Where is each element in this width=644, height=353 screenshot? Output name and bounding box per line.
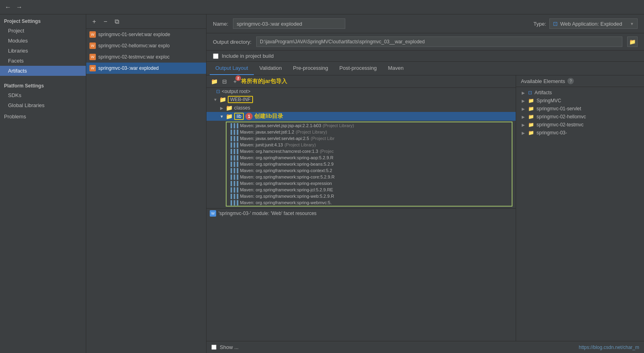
artifact-list-item[interactable]: W springmvc-01-servlet:war explode (86, 29, 206, 40)
back-button[interactable]: ← (3, 2, 13, 12)
name-type-row: Name: Type: ⊡ Web Application: Exploded … (207, 14, 644, 33)
available-panel: Available Elements ? ⊡ Artifacts 📁 Sprin… (516, 75, 644, 341)
help-icon[interactable]: ? (567, 78, 574, 84)
add-artifact-button[interactable]: + (89, 17, 99, 26)
remove-artifact-button[interactable]: − (101, 17, 110, 26)
add-jar-badge-container: + 2 (231, 77, 239, 86)
layout-button[interactable]: ⊟ (220, 77, 229, 86)
maven-item[interactable]: ▐▐▐ Maven: junit:junit:4.13 (Project Lib… (227, 142, 512, 148)
platform-settings-title: Platform Settings (0, 79, 86, 90)
maven-item[interactable]: ▐▐▐ Maven: javax.servlet.jsp:jsp-api:2.2… (227, 122, 512, 129)
bottom-checkbox[interactable] (211, 345, 217, 350)
module-row: W 'springmvc-03-' module: 'Web' facet re… (207, 208, 516, 218)
add-folder-button[interactable]: 📁 (210, 77, 219, 86)
tree-content: ⊡ <output root> 📁 WEB-INF 📁 classes (207, 88, 516, 218)
artifact-list-item[interactable]: W springmvc-02-hellomvc:war explo (86, 40, 206, 51)
artifact-list: W springmvc-01-servlet:war explode W spr… (86, 29, 207, 353)
output-root-item[interactable]: ⊡ <output root> (207, 88, 516, 95)
jar-icon: ▐▐▐ (229, 162, 238, 166)
tab-post-processing[interactable]: Post-processing (334, 62, 382, 75)
maven-item[interactable]: ▐▐▐ Maven: org.springframework:spring-ao… (227, 154, 512, 161)
sidebar-item-artifacts[interactable]: Artifacts (0, 66, 86, 76)
tab-output-layout[interactable]: Output Layout (210, 62, 254, 75)
folder-icon-springmvc: 📁 (528, 98, 534, 103)
avail-item-springmvc-01[interactable]: 📁 springmvc-01-servlet (516, 105, 644, 113)
sidebar-item-modules[interactable]: Modules (0, 36, 86, 46)
include-row: Include in project build (207, 51, 644, 62)
lib-item[interactable]: 📁 lib 1 创建lib目录 (207, 112, 516, 121)
avail-item-springmvc-02-test[interactable]: 📁 springmvc-02-testmvc (516, 121, 644, 129)
avail-item-artifacts[interactable]: ⊡ Artifacts (516, 89, 644, 97)
artifact-list-item-active[interactable]: W springmvc-03-:war exploded (86, 63, 206, 74)
create-lib-annotation: 创建lib目录 (254, 113, 283, 120)
output-dir-label: Output directory: (213, 39, 251, 45)
maven-item[interactable]: ▐▐▐ Maven: org.springframework:spring-ex… (227, 180, 512, 187)
jar-icon: ▐▐▐ (229, 200, 238, 205)
jar-icon: ▐▐▐ (229, 194, 238, 199)
maven-item[interactable]: ▐▐▐ Maven: org.springframework:spring-we… (227, 199, 512, 206)
copy-artifact-button[interactable]: ⧉ (112, 17, 122, 26)
tab-pre-processing[interactable]: Pre-processing (288, 62, 334, 75)
sidebar-item-global-libraries[interactable]: Global Libraries (0, 100, 86, 110)
tree-arrow-lib (219, 114, 224, 119)
tree-arrow-springmvc-02-test (521, 122, 526, 127)
maven-item[interactable]: ▐▐▐ Maven: org.springframework:spring-co… (227, 167, 512, 174)
folder-icon-web-inf: 📁 (219, 96, 226, 103)
lib-label: lib (234, 113, 244, 120)
folder-icon-lib: 📁 (226, 113, 233, 120)
sidebar-item-libraries[interactable]: Libraries (0, 46, 86, 56)
name-input[interactable] (233, 18, 345, 29)
jar-icon: ▐▐▐ (229, 187, 238, 192)
step-badge-1: 1 (245, 113, 253, 120)
maven-list: ▐▐▐ Maven: javax.servlet.jsp:jsp-api:2.2… (226, 122, 512, 207)
tree-toolbar: 📁 ⊟ + 2 将所有的jar包导入 (207, 75, 516, 88)
maven-item[interactable]: ▐▐▐ Maven: org.springframework:spring-be… (227, 161, 512, 167)
jar-icon: ▐▐▐ (229, 123, 238, 128)
name-label: Name: (213, 21, 228, 27)
output-root-icon: ⊡ (216, 89, 220, 94)
tab-validation[interactable]: Validation (254, 62, 288, 75)
maven-item[interactable]: ▐▐▐ Maven: org.springframework:spring-co… (227, 174, 512, 180)
artifact-icon: W (89, 65, 96, 71)
available-tree: ⊡ Artifacts 📁 SpringMVC 📁 springmvc-01-s… (516, 87, 644, 341)
artifact-icon: W (89, 54, 96, 60)
main-content: Project Settings Project Modules Librari… (0, 14, 644, 353)
artifact-list-toolbar: + − ⧉ (86, 14, 206, 29)
module-icon: W (210, 210, 216, 217)
avail-item-springmvc-02-hello[interactable]: 📁 springmvc-02-hellomvc (516, 113, 644, 121)
sidebar-item-facets[interactable]: Facets (0, 56, 86, 66)
type-select[interactable]: ⊡ Web Application: Exploded ▼ (549, 18, 638, 29)
maven-item[interactable]: ▐▐▐ Maven: javax.servlet:servlet-api:2.5… (227, 135, 512, 142)
jar-icon: ▐▐▐ (229, 136, 238, 141)
artifacts-icon: ⊡ (528, 90, 532, 95)
artifact-icon: W (89, 43, 96, 49)
avail-item-springmvc-03[interactable]: 📁 springmvc-03- (516, 129, 644, 137)
url-link: https://blog.csdn.net/char_m (579, 345, 639, 350)
maven-item[interactable]: ▐▐▐ Maven: javax.servlet:jstl:1.2 (Proje… (227, 129, 512, 135)
folder-icon-springmvc-02-test: 📁 (528, 122, 534, 128)
web-inf-item[interactable]: 📁 WEB-INF (207, 95, 516, 104)
sidebar-item-problems[interactable]: Problems (0, 110, 86, 122)
folder-icon-springmvc-01: 📁 (528, 106, 534, 112)
maven-item[interactable]: ▐▐▐ Maven: org.springframework:spring-jc… (227, 187, 512, 193)
sidebar-item-project[interactable]: Project (0, 26, 86, 36)
maven-item[interactable]: ▐▐▐ Maven: org.springframework:spring-we… (227, 193, 512, 199)
tree-arrow-classes (219, 105, 224, 110)
forward-button[interactable]: → (14, 2, 24, 12)
folder-icon-springmvc-03: 📁 (528, 130, 534, 136)
sidebar-item-sdks[interactable]: SDKs (0, 90, 86, 100)
include-checkbox[interactable] (213, 53, 219, 59)
output-dir-input[interactable] (256, 37, 622, 47)
tab-maven[interactable]: Maven (382, 62, 409, 75)
tree-panel: 📁 ⊟ + 2 将所有的jar包导入 ⊡ <output root> (207, 75, 516, 341)
tree-arrow-springmvc-03 (521, 130, 526, 135)
top-toolbar: ← → (0, 0, 644, 14)
tree-arrow-artifacts (521, 90, 526, 95)
available-header: Available Elements ? (516, 75, 644, 87)
browse-folder-button[interactable]: 📁 (627, 37, 638, 47)
classes-item[interactable]: 📁 classes (207, 104, 516, 112)
artifact-list-item[interactable]: W springmvc-02-testmvc:war exploc (86, 51, 206, 63)
jar-icon: ▐▐▐ (229, 149, 238, 154)
maven-item[interactable]: ▐▐▐ Maven: org.hamcrest:hamcrest-core:1.… (227, 148, 512, 154)
avail-item-springmvc[interactable]: 📁 SpringMVC (516, 97, 644, 105)
